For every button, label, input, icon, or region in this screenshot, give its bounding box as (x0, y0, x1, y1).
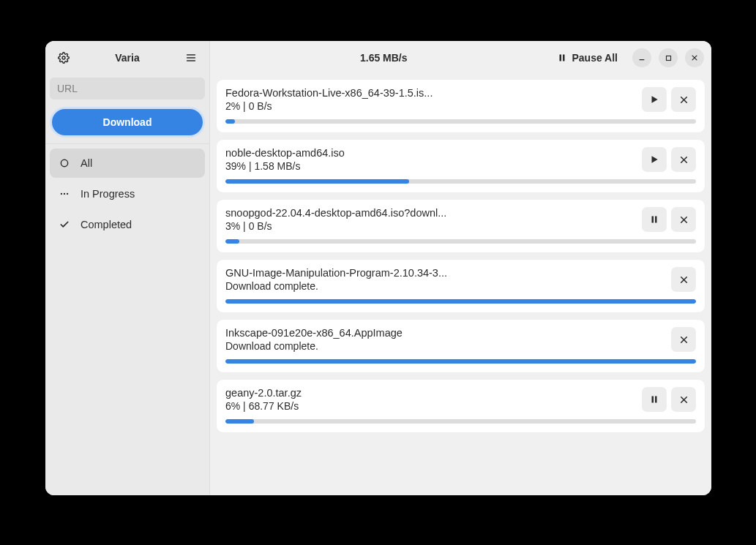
svg-rect-8 (559, 55, 561, 61)
close-icon (691, 54, 698, 61)
remove-button[interactable] (671, 87, 696, 112)
download-card: noble-desktop-amd64.iso39% | 1.58 MB/s (216, 139, 706, 193)
remove-button[interactable] (671, 147, 696, 172)
download-button-label: Download (103, 116, 152, 128)
sidebar-separator (45, 143, 209, 144)
download-status: 2% | 0 B/s (225, 100, 636, 112)
svg-rect-20 (652, 217, 654, 223)
pause-button[interactable] (642, 387, 667, 412)
remove-button[interactable] (671, 267, 696, 292)
pause-button[interactable] (642, 207, 667, 232)
progress-bar (225, 419, 696, 424)
app-title: Varia (75, 52, 180, 64)
download-card: Fedora-Workstation-Live-x86_64-39-1.5.is… (216, 79, 706, 133)
filter-in-progress[interactable]: In Progress (50, 179, 205, 208)
progress-fill (225, 359, 696, 364)
download-status: 3% | 0 B/s (225, 220, 636, 232)
minimize-icon (638, 54, 645, 61)
svg-marker-17 (652, 156, 658, 162)
main-area: 1.65 MB/s Pause All (210, 41, 711, 495)
card-actions (642, 387, 696, 412)
remove-button[interactable] (671, 387, 696, 412)
hamburger-icon (185, 52, 197, 64)
download-status: Download complete. (225, 280, 665, 292)
filter-label: In Progress (81, 188, 135, 200)
filter-completed[interactable]: Completed (50, 210, 205, 239)
card-top: GNU-Image-Manipulation-Program-2.10.34-3… (225, 267, 696, 292)
pause-icon (650, 214, 659, 225)
close-icon (679, 275, 689, 285)
card-top: geany-2.0.tar.gz6% | 68.77 KB/s (225, 387, 696, 412)
card-info: snoopgod-22.04.4-desktop-amd64.iso?downl… (225, 207, 636, 232)
download-status: 6% | 68.77 KB/s (225, 400, 636, 412)
gear-icon (58, 52, 70, 64)
card-top: noble-desktop-amd64.iso39% | 1.58 MB/s (225, 147, 696, 172)
svg-point-4 (61, 159, 67, 166)
download-list: Fedora-Workstation-Live-x86_64-39-1.5.is… (210, 75, 711, 495)
svg-rect-11 (666, 56, 670, 60)
svg-point-5 (61, 193, 62, 195)
progress-bar (225, 299, 696, 304)
download-filename: Fedora-Workstation-Live-x86_64-39-1.5.is… (225, 87, 636, 99)
close-icon (679, 215, 689, 225)
pause-all-label: Pause All (572, 52, 618, 64)
card-actions (671, 327, 696, 352)
download-card: geany-2.0.tar.gz6% | 68.77 KB/s (216, 379, 706, 433)
download-status: 39% | 1.58 MB/s (225, 160, 636, 172)
card-info: noble-desktop-amd64.iso39% | 1.58 MB/s (225, 147, 636, 172)
download-card: Inkscape-091e20e-x86_64.AppImageDownload… (216, 319, 706, 373)
svg-point-6 (64, 193, 65, 195)
svg-point-0 (62, 56, 65, 59)
progress-fill (225, 299, 696, 304)
close-button[interactable] (685, 48, 704, 67)
svg-rect-21 (655, 217, 657, 223)
maximize-button[interactable] (659, 48, 678, 67)
download-card: snoopgod-22.04.4-desktop-amd64.iso?downl… (216, 199, 706, 253)
filter-label: All (81, 157, 92, 169)
card-actions (671, 267, 696, 292)
minimize-button[interactable] (632, 48, 651, 67)
menu-button[interactable] (180, 47, 202, 69)
main-header: 1.65 MB/s Pause All (210, 41, 711, 75)
download-button[interactable]: Download (50, 107, 205, 138)
card-info: GNU-Image-Manipulation-Program-2.10.34-3… (225, 267, 665, 292)
filter-label: Completed (81, 219, 132, 230)
url-input[interactable] (50, 78, 205, 99)
resume-button[interactable] (642, 87, 667, 112)
progress-bar (225, 119, 696, 124)
progress-bar (225, 359, 696, 364)
download-filename: GNU-Image-Manipulation-Program-2.10.34-3… (225, 267, 665, 279)
card-actions (642, 87, 696, 112)
svg-rect-29 (655, 396, 657, 403)
card-top: Inkscape-091e20e-x86_64.AppImageDownload… (225, 327, 696, 352)
remove-button[interactable] (671, 327, 696, 352)
card-info: Fedora-Workstation-Live-x86_64-39-1.5.is… (225, 87, 636, 112)
card-actions (642, 147, 696, 172)
maximize-icon (665, 55, 672, 61)
close-icon (679, 95, 689, 105)
sidebar: Varia Download All (45, 41, 210, 495)
download-filename: geany-2.0.tar.gz (225, 387, 636, 399)
download-row: Download (45, 102, 209, 142)
download-filename: snoopgod-22.04.4-desktop-amd64.iso?downl… (225, 207, 636, 219)
settings-button[interactable] (53, 47, 75, 69)
resume-button[interactable] (642, 147, 667, 172)
close-icon (679, 155, 689, 165)
pause-all-button[interactable]: Pause All (550, 45, 626, 70)
progress-fill (225, 119, 235, 124)
circle-icon (59, 158, 70, 168)
progress-bar (225, 179, 696, 184)
progress-fill (225, 239, 239, 244)
svg-rect-9 (563, 55, 565, 61)
card-info: Inkscape-091e20e-x86_64.AppImageDownload… (225, 327, 665, 352)
remove-button[interactable] (671, 207, 696, 232)
progress-fill (225, 419, 254, 424)
progress-fill (225, 179, 409, 184)
filter-all[interactable]: All (50, 149, 205, 178)
card-actions (642, 207, 696, 232)
svg-rect-28 (652, 396, 654, 403)
download-card: GNU-Image-Manipulation-Program-2.10.34-3… (216, 259, 706, 313)
card-top: Fedora-Workstation-Live-x86_64-39-1.5.is… (225, 87, 696, 112)
pause-icon (650, 394, 659, 405)
card-info: geany-2.0.tar.gz6% | 68.77 KB/s (225, 387, 636, 412)
